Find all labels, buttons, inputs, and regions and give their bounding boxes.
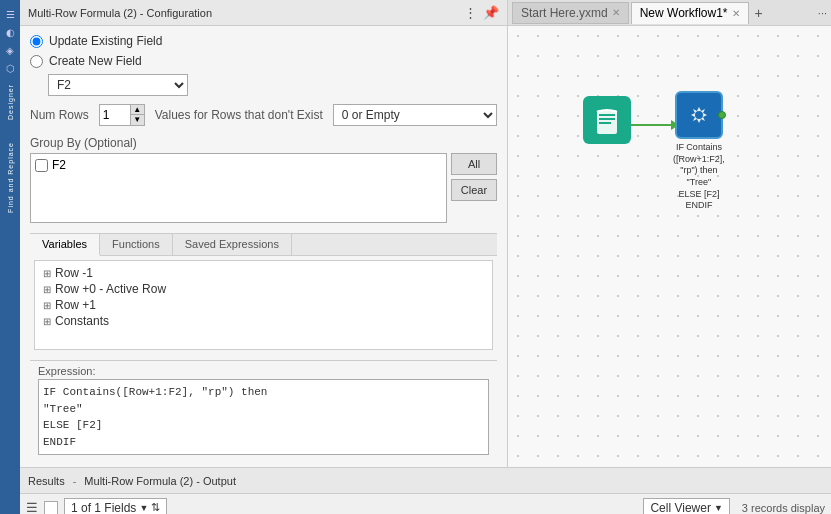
group-by-section: Group By (Optional) F2 All Clear (30, 136, 497, 223)
group-by-buttons: All Clear (451, 153, 497, 223)
expression-label: Expression: (38, 365, 489, 377)
tree-label-3: Row +1 (55, 298, 96, 312)
field-select[interactable]: F2 F1 (48, 74, 188, 96)
tab-variables[interactable]: Variables (30, 234, 100, 256)
spinbox-up[interactable]: ▲ (130, 105, 144, 115)
fields-dropdown-icon: ▼ (139, 503, 148, 513)
options-icon[interactable]: ⋮ (464, 5, 477, 20)
group-by-label: Group By (Optional) (30, 136, 497, 150)
tree-label-4: Constants (55, 314, 109, 328)
connector-line (631, 120, 679, 130)
tab-new-workflow[interactable]: New Workflow1* ✕ (631, 2, 749, 24)
select-all-checkbox[interactable] (44, 501, 58, 515)
group-by-list[interactable]: F2 (30, 153, 447, 223)
spinbox-down[interactable]: ▼ (130, 115, 144, 125)
config-header: Multi-Row Formula (2) - Configuration ⋮ … (20, 0, 507, 26)
tab-start-here-label: Start Here.yxmd (521, 6, 608, 20)
config-header-actions: ⋮ 📌 (464, 5, 499, 20)
num-rows-spinbox[interactable]: ▲ ▼ (99, 104, 145, 126)
expand-icon-1[interactable]: ⊞ (43, 268, 51, 279)
create-field-radio[interactable] (30, 55, 43, 68)
sidebar-icon-4[interactable]: ⬡ (2, 60, 18, 76)
tree-label-1: Row -1 (55, 266, 93, 280)
sidebar-label-results[interactable]: Find and Replace (7, 142, 14, 213)
clear-button[interactable]: Clear (451, 179, 497, 201)
tab-new-workflow-close[interactable]: ✕ (732, 8, 740, 19)
output-dot (718, 111, 726, 119)
expression-section: Expression: IF Contains([Row+1:F2], "rp"… (30, 360, 497, 459)
results-title: Results (28, 475, 65, 487)
svg-rect-3 (599, 122, 611, 124)
expand-icon-3[interactable]: ⊞ (43, 300, 51, 311)
results-header: Results - Multi-Row Formula (2) - Output (20, 468, 831, 494)
records-count: 3 records display (742, 502, 825, 514)
svg-rect-2 (599, 118, 615, 120)
expression-box[interactable]: IF Contains([Row+1:F2], "rp") then"Tree"… (38, 379, 489, 455)
connector-body (631, 124, 671, 126)
expand-icon-2[interactable]: ⊞ (43, 284, 51, 295)
canvas-panel: Start Here.yxmd ✕ New Workflow1* ✕ + ··· (508, 0, 831, 467)
group-by-f2[interactable]: F2 (35, 158, 442, 172)
canvas-tabs: Start Here.yxmd ✕ New Workflow1* ✕ + ··· (508, 0, 831, 26)
tree-row-plus1[interactable]: ⊞ Row +1 (43, 297, 484, 313)
cell-viewer-button[interactable]: Cell Viewer ▼ (643, 498, 729, 515)
tab-new-workflow-label: New Workflow1* (640, 6, 728, 20)
tab-add-button[interactable]: + (751, 5, 767, 21)
formula-node-label: IF Contains([Row+1:F2],"rp") then"Tree"E… (673, 142, 725, 212)
expand-icon-4[interactable]: ⊞ (43, 316, 51, 327)
left-sidebar: ☰ ◐ ◈ ⬡ Designer Find and Replace (0, 0, 20, 514)
sidebar-icon-2[interactable]: ◐ (2, 24, 18, 40)
sidebar-label-designer[interactable]: Designer (7, 84, 14, 120)
formula-node[interactable]: IF Contains([Row+1:F2],"rp") then"Tree"E… (673, 91, 725, 212)
group-by-f2-label: F2 (52, 158, 66, 172)
num-rows-label: Num Rows (30, 108, 89, 122)
tab-functions[interactable]: Functions (100, 234, 173, 255)
variables-tree: ⊞ Row -1 ⊞ Row +0 - Active Row ⊞ Row +1 (34, 260, 493, 350)
tree-row-constants[interactable]: ⊞ Constants (43, 313, 484, 329)
results-subtitle: Multi-Row Formula (2) - Output (84, 475, 236, 487)
fields-dropdown-button[interactable]: 1 of 1 Fields ▼ ⇅ (64, 498, 167, 515)
results-panel: Results - Multi-Row Formula (2) - Output… (20, 467, 831, 514)
sidebar-icon-3[interactable]: ◈ (2, 42, 18, 58)
field-dropdown-row: F2 F1 (48, 74, 497, 96)
pin-icon[interactable]: 📌 (483, 5, 499, 20)
tab-start-here-close[interactable]: ✕ (612, 7, 620, 18)
canvas-background (508, 26, 831, 467)
tab-more-button[interactable]: ··· (818, 7, 827, 19)
svg-rect-1 (599, 114, 615, 116)
svg-point-5 (695, 111, 703, 119)
input-node-icon[interactable] (583, 96, 631, 144)
group-by-container: F2 All Clear (30, 153, 497, 223)
update-field-option[interactable]: Update Existing Field (30, 34, 497, 48)
update-field-label: Update Existing Field (49, 34, 162, 48)
fields-count-label: 1 of 1 Fields (71, 501, 136, 515)
update-field-radio[interactable] (30, 35, 43, 48)
sidebar-icon-1[interactable]: ☰ (2, 6, 18, 22)
tree-row-minus1[interactable]: ⊞ Row -1 (43, 265, 484, 281)
tabs-row: Variables Functions Saved Expressions (30, 234, 497, 256)
values-dropdown-wrap: 0 or Empty Null Row 1 Values (333, 104, 497, 126)
values-label: Values for Rows that don't Exist (155, 108, 323, 122)
tree-row-active[interactable]: ⊞ Row +0 - Active Row (43, 281, 484, 297)
create-field-option[interactable]: Create New Field (30, 54, 497, 68)
canvas-area[interactable]: IF Contains([Row+1:F2],"rp") then"Tree"E… (508, 26, 831, 467)
results-toolbar: ☰ 1 of 1 Fields ▼ ⇅ Cell Viewer ▼ 3 reco… (20, 494, 831, 514)
config-panel: Multi-Row Formula (2) - Configuration ⋮ … (20, 0, 508, 467)
all-button[interactable]: All (451, 153, 497, 175)
group-by-f2-checkbox[interactable] (35, 159, 48, 172)
fields-sort-icon[interactable]: ⇅ (151, 501, 160, 514)
cell-viewer-label: Cell Viewer (650, 501, 710, 515)
num-rows-section: Num Rows ▲ ▼ Values for Rows that don't … (30, 104, 497, 126)
tab-saved-expressions[interactable]: Saved Expressions (173, 234, 292, 255)
cell-viewer-icon: ▼ (714, 503, 723, 513)
values-select[interactable]: 0 or Empty Null Row 1 Values (333, 104, 497, 126)
config-title: Multi-Row Formula (2) - Configuration (28, 7, 212, 19)
tab-start-here[interactable]: Start Here.yxmd ✕ (512, 2, 629, 24)
num-rows-input[interactable] (100, 108, 130, 122)
spinbox-buttons: ▲ ▼ (130, 105, 144, 125)
create-field-label: Create New Field (49, 54, 142, 68)
tabs-section: Variables Functions Saved Expressions ⊞ … (30, 233, 497, 354)
formula-node-icon[interactable] (675, 91, 723, 139)
list-icon[interactable]: ☰ (26, 500, 38, 514)
input-node[interactable] (583, 96, 631, 144)
